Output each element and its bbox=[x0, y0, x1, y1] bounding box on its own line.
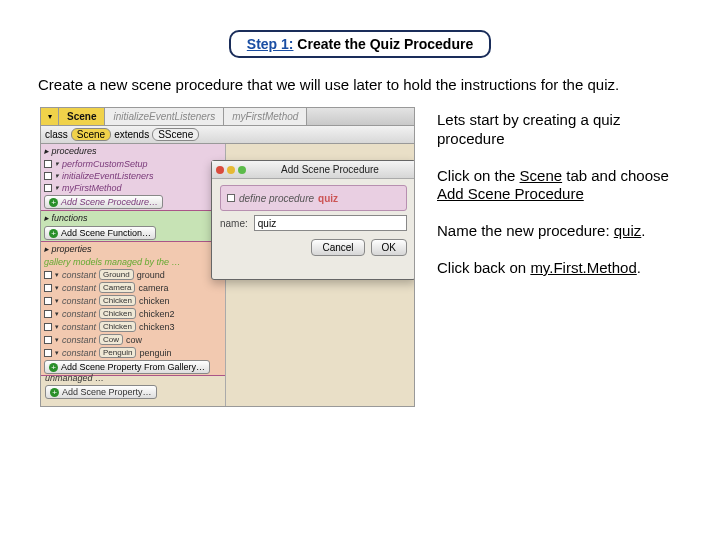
plus-icon: + bbox=[49, 198, 58, 207]
property-row[interactable]: ▾constant Chicken chicken bbox=[41, 294, 225, 307]
window-minimize-icon[interactable] bbox=[227, 166, 235, 174]
tab-initialize-event-listeners[interactable]: initializeEventListeners bbox=[105, 108, 224, 125]
procedures-section: ▸ procedures ▾performCustomSetup ▾initia… bbox=[41, 144, 225, 211]
proc-row[interactable]: ▾initializeEventListeners bbox=[41, 170, 225, 182]
property-row[interactable]: ▾constant Penguin penguin bbox=[41, 346, 225, 359]
plus-icon: + bbox=[49, 229, 58, 238]
plus-icon: + bbox=[50, 388, 59, 397]
class-bar: class Scene extends SScene bbox=[41, 126, 414, 144]
step-title: Step 1: Create the Quiz Procedure bbox=[229, 30, 491, 58]
window-zoom-icon[interactable] bbox=[238, 166, 246, 174]
properties-section: ▸ properties gallery models managed by t… bbox=[41, 242, 225, 376]
step-rest: Create the Quiz Procedure bbox=[293, 36, 473, 52]
procedure-preview: define procedure quiz bbox=[220, 185, 407, 211]
dialog-titlebar: Add Scene Procedure bbox=[212, 161, 415, 179]
dropdown-icon[interactable]: ▾ bbox=[41, 108, 59, 125]
add-scene-procedure-dialog: Add Scene Procedure define procedure qui… bbox=[211, 160, 415, 280]
tab-scene[interactable]: Scene bbox=[59, 108, 105, 125]
functions-header: ▸ functions bbox=[41, 211, 225, 225]
property-row[interactable]: ▾constant Chicken chicken3 bbox=[41, 320, 225, 333]
properties-header: ▸ properties bbox=[41, 242, 225, 256]
left-panel: ▸ procedures ▾performCustomSetup ▾initia… bbox=[41, 144, 226, 406]
intro-text: Create a new scene procedure that we wil… bbox=[38, 76, 680, 93]
procedures-header: ▸ procedures bbox=[41, 144, 225, 158]
property-row[interactable]: ▾constant Ground ground bbox=[41, 268, 225, 281]
tab-strip: ▾ Scene initializeEventListeners myFirst… bbox=[41, 108, 414, 126]
dialog-title: Add Scene Procedure bbox=[249, 164, 411, 175]
kw-extends: extends bbox=[114, 129, 149, 140]
instruction-p1: Lets start by creating a quiz procedure bbox=[437, 111, 687, 149]
add-scene-function-button[interactable]: +Add Scene Function… bbox=[41, 225, 225, 241]
property-row[interactable]: ▾constant Chicken chicken2 bbox=[41, 307, 225, 320]
property-row[interactable]: ▾constant Cow cow bbox=[41, 333, 225, 346]
ok-button[interactable]: OK bbox=[371, 239, 407, 256]
pill-sscene[interactable]: SScene bbox=[152, 128, 199, 141]
cancel-button[interactable]: Cancel bbox=[311, 239, 364, 256]
kw-class: class bbox=[45, 129, 68, 140]
proc-row[interactable]: ▾myFirstMethod bbox=[41, 182, 225, 194]
step-label: Step 1: bbox=[247, 36, 294, 52]
proc-row[interactable]: ▾performCustomSetup bbox=[41, 158, 225, 170]
pill-scene[interactable]: Scene bbox=[71, 128, 111, 141]
add-scene-procedure-button[interactable]: +Add Scene Procedure… bbox=[41, 194, 225, 210]
name-label: name: bbox=[220, 218, 248, 229]
alice-ide-screenshot: ▾ Scene initializeEventListeners myFirst… bbox=[40, 107, 415, 407]
instruction-p2: Click on the Scene tab and choose Add Sc… bbox=[437, 167, 687, 205]
add-scene-property-button[interactable]: +Add Scene Property… bbox=[45, 385, 157, 399]
property-row[interactable]: ▾constant Camera camera bbox=[41, 281, 225, 294]
window-close-icon[interactable] bbox=[216, 166, 224, 174]
instruction-p3: Name the new procedure: quiz. bbox=[437, 222, 687, 241]
unmanaged-header: unmanaged … bbox=[45, 373, 221, 383]
instruction-column: Lets start by creating a quiz procedure … bbox=[437, 107, 687, 278]
tab-my-first-method[interactable]: myFirstMethod bbox=[224, 108, 307, 125]
instruction-p4: Click back on my.First.Method. bbox=[437, 259, 687, 278]
functions-section: ▸ functions +Add Scene Function… bbox=[41, 211, 225, 242]
procedure-name-input[interactable] bbox=[254, 215, 407, 231]
properties-note: gallery models managed by the … bbox=[41, 256, 225, 268]
unmanaged-section: unmanaged … +Add Scene Property… bbox=[41, 370, 225, 402]
